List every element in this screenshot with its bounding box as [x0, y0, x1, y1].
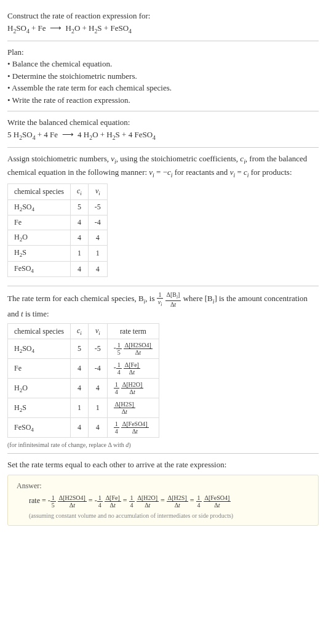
cell-species: Fe — [8, 215, 71, 230]
cell-vi: -4 — [88, 359, 107, 379]
table-row: H2S 1 1 Δ[H2S]Δt — [8, 398, 159, 418]
text: for reactants and — [173, 167, 230, 177]
text: is time: — [23, 309, 49, 318]
delta: Δ[H2S] — [167, 494, 188, 502]
plan-item: • Balance the chemical equation. — [7, 58, 319, 70]
cell-vi: 4 — [88, 418, 107, 438]
stoich-table: chemical species ci νi H2SO45-5 Fe4-4 H2… — [7, 183, 108, 277]
table-row: H2O44 — [8, 230, 108, 246]
table-row: H2SO4 5 -5 -15 Δ[H2SO4]Δt — [8, 339, 159, 359]
cell-species: FeSO4 — [8, 261, 71, 276]
col-ci: ci — [70, 324, 88, 339]
cell-species: Fe — [8, 359, 71, 379]
den: 4 — [116, 369, 122, 376]
cell-species: H2O — [8, 379, 71, 398]
plan-item: • Write the rate of reaction expression. — [7, 94, 319, 107]
final-section: Set the rate terms equal to each other t… — [7, 454, 319, 531]
cell-ci: 1 — [70, 398, 88, 418]
num: 1 — [116, 361, 122, 369]
term: Δ[H2S]Δt — [167, 496, 188, 505]
num: 1 — [97, 494, 103, 502]
final-intro: Set the rate terms equal to each other t… — [7, 459, 319, 471]
cell-vi: 4 — [88, 261, 107, 276]
cell-vi: 4 — [88, 230, 107, 246]
cell-rate: Δ[H2S]Δt — [107, 398, 159, 418]
plan-item: • Assemble the rate term for each chemic… — [7, 82, 319, 94]
cell-ci: 4 — [70, 359, 88, 379]
den: 5 — [116, 349, 122, 356]
cell-rate: 14 Δ[FeSO4]Δt — [107, 418, 159, 438]
term: 14 Δ[H2O]Δt — [129, 496, 159, 505]
den: 5 — [50, 502, 56, 509]
intro-equation: H2SO4 + Fe ⟶ H2O + H2S + FeSO4 — [7, 22, 319, 36]
text: where [B — [183, 294, 213, 303]
cell-species: H2SO4 — [8, 199, 71, 215]
cell-ci: 4 — [70, 418, 88, 438]
table-header-row: chemical species ci νi — [8, 184, 108, 199]
cell-species: H2S — [8, 398, 71, 418]
plan-section: Plan: • Balance the chemical equation. •… — [7, 41, 319, 112]
term: 14 Δ[FeSO4]Δt — [196, 496, 231, 505]
col-vi: νi — [88, 324, 107, 339]
document-root: Construct the rate of reaction expressio… — [0, 0, 326, 536]
cell-vi: 1 — [88, 398, 107, 418]
answer-box: Answer: rate = -15 Δ[H2SO4]Δt = -14 Δ[Fe… — [7, 475, 319, 526]
cell-ci: 4 — [70, 230, 88, 246]
table-header-row: chemical species ci νi rate term — [8, 324, 159, 339]
balanced-heading: Write the balanced chemical equation: — [7, 116, 319, 129]
stoich-intro: Assign stoichiometric numbers, νi, using… — [7, 153, 319, 180]
cell-rate: 14 Δ[H2O]Δt — [107, 379, 159, 398]
text: Assign stoichiometric numbers, — [7, 154, 111, 163]
cell-species: H2SO4 — [8, 339, 71, 359]
delta: Δ[FeSO4] — [204, 494, 231, 502]
cell-species: H2S — [8, 246, 71, 261]
table-row: H2S11 — [8, 246, 108, 261]
table-row: H2O 4 4 14 Δ[H2O]Δt — [8, 379, 159, 398]
cell-vi: -4 — [88, 215, 107, 230]
delta: Δ[FeSO4] — [121, 421, 149, 428]
den: 4 — [114, 388, 119, 395]
den: 4 — [97, 502, 103, 509]
rate-prefix: rate = — [29, 496, 48, 505]
num: 1 — [116, 342, 122, 349]
delta: Δ[Fe] — [105, 494, 121, 502]
delta: Δ[H2O] — [121, 381, 144, 388]
col-species: chemical species — [8, 184, 71, 199]
cell-ci: 5 — [70, 199, 88, 215]
num: 1 — [129, 494, 135, 502]
num: 1 — [196, 494, 202, 502]
rateterm-section: The rate term for each chemical species,… — [7, 286, 319, 454]
num: 1 — [114, 421, 119, 428]
table-row: Fe4-4 — [8, 215, 108, 230]
col-rate: rate term — [107, 324, 159, 339]
den: 4 — [114, 428, 119, 435]
den: 4 — [196, 502, 202, 509]
delta: Δ[H2SO4] — [58, 494, 87, 502]
intro-section: Construct the rate of reaction expressio… — [7, 5, 319, 41]
text: , using the stoichiometric coefficients, — [116, 154, 241, 163]
cell-ci: 4 — [70, 215, 88, 230]
cell-ci: 5 — [70, 339, 88, 359]
cell-species: H2O — [8, 230, 71, 246]
num: 1 — [114, 381, 119, 388]
intro-prompt: Construct the rate of reaction expressio… — [7, 10, 319, 22]
cell-species: FeSO4 — [8, 418, 71, 438]
rateterm-table: chemical species ci νi rate term H2SO4 5… — [7, 323, 159, 438]
cell-vi: 4 — [88, 379, 107, 398]
num: 1 — [50, 494, 56, 502]
term: -14 Δ[Fe]Δt — [95, 496, 121, 505]
cell-ci: 4 — [70, 379, 88, 398]
balanced-equation: 5 H2SO4 + 4 Fe ⟶ 4 H2O + H2S + 4 FeSO4 — [7, 129, 319, 142]
col-vi: νi — [88, 184, 107, 199]
delta: Δ[Fe] — [124, 361, 140, 369]
cell-ci: 4 — [70, 261, 88, 276]
table-row: FeSO4 4 4 14 Δ[FeSO4]Δt — [8, 418, 159, 438]
delta: Δ[H2O] — [137, 494, 159, 502]
answer-expression: rate = -15 Δ[H2SO4]Δt = -14 Δ[Fe]Δt = 14… — [17, 494, 309, 509]
cell-vi: -5 — [88, 199, 107, 215]
col-ci: ci — [70, 184, 88, 199]
answer-note: (assuming constant volume and no accumul… — [17, 512, 309, 519]
stoich-section: Assign stoichiometric numbers, νi, using… — [7, 148, 319, 286]
text: , is — [145, 294, 156, 303]
cell-vi: 1 — [88, 246, 107, 261]
